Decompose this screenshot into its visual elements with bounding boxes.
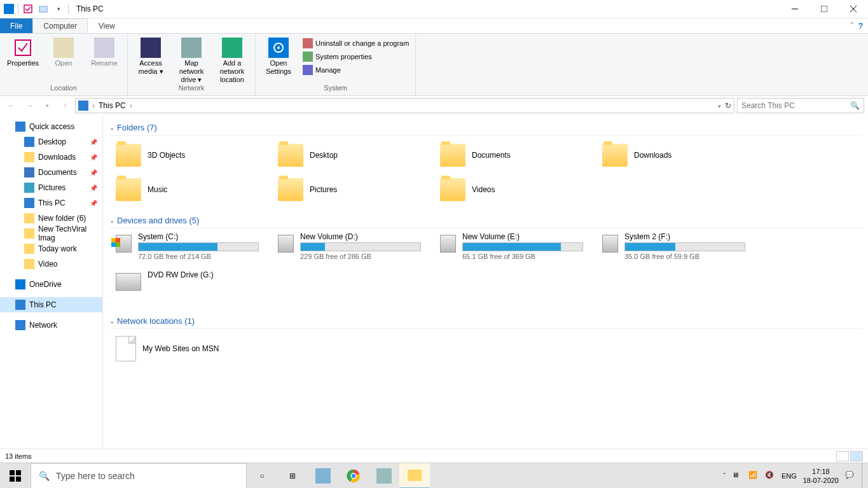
star-icon [15, 122, 25, 132]
sidebar-onedrive[interactable]: OneDrive [0, 277, 102, 292]
refresh-button[interactable]: ↻ [725, 101, 731, 110]
open-button[interactable]: Open [45, 35, 83, 84]
drive-name: System 2 (F:) [624, 232, 745, 241]
sidebar-today-work[interactable]: Today work [0, 241, 102, 256]
taskbar-app-3[interactable] [369, 463, 399, 489]
tray-overflow-icon[interactable]: ˆ [723, 472, 726, 480]
taskbar-search[interactable]: 🔍 Type here to search [31, 463, 247, 489]
drive-item[interactable]: New Volume (E:)65.1 GB free of 369 GB [434, 232, 596, 268]
up-button[interactable]: ↑ [57, 98, 72, 113]
sidebar-this-pc[interactable]: This PC📌 [0, 195, 102, 211]
this-pc-icon [78, 101, 88, 111]
drive-item[interactable]: System 2 (F:)35.0 GB free of 59.9 GB [596, 232, 758, 268]
drive-usage-bar [300, 242, 421, 251]
search-icon[interactable]: 🔍 [850, 101, 860, 110]
drive-icon [440, 235, 456, 253]
folder-icon [24, 244, 34, 254]
map-drive-button[interactable]: Map network drive ▾ [172, 35, 210, 84]
pin-icon: 📌 [90, 154, 97, 161]
add-location-button[interactable]: Add a network location [213, 35, 251, 84]
folder-item[interactable]: Desktop [272, 139, 434, 171]
drive-name: System (C:) [138, 232, 259, 241]
address-dropdown-icon[interactable]: ▾ [718, 103, 721, 109]
tray-clock[interactable]: 17:18 18-07-2020 [803, 467, 839, 485]
folder-item[interactable]: Videos [434, 174, 596, 206]
properties-button[interactable]: Properties [4, 35, 42, 84]
tab-computer[interactable]: Computer [32, 18, 88, 33]
netloc-section-header[interactable]: ⌄Network locations (1) [109, 314, 862, 329]
task-view-button[interactable]: ⊞ [277, 463, 308, 489]
folders-section-header[interactable]: ⌄Folders (7) [109, 120, 862, 136]
uninstall-button[interactable]: Uninstall or change a program [300, 38, 411, 49]
minimize-button[interactable] [780, 0, 809, 18]
folder-item[interactable]: Pictures [272, 174, 434, 206]
svg-point-11 [351, 473, 356, 478]
taskbar-chrome[interactable] [338, 463, 369, 489]
taskbar-explorer[interactable] [399, 463, 430, 489]
sidebar-network[interactable]: Network [0, 317, 102, 333]
tiles-view-button[interactable] [850, 451, 863, 461]
drive-item[interactable]: System (C:)72.0 GB free of 214 GB [109, 232, 272, 268]
tab-view[interactable]: View [88, 18, 126, 33]
cortana-button[interactable]: ○ [247, 463, 277, 489]
sidebar-new-techviral[interactable]: New TechViral Imag [0, 226, 102, 241]
maximize-button[interactable] [809, 0, 839, 18]
drive-free-text: 229 GB free of 286 GB [300, 253, 421, 260]
sidebar-pictures[interactable]: Pictures📌 [0, 180, 102, 195]
sidebar-quick-access[interactable]: Quick access [0, 119, 102, 134]
forward-button[interactable]: → [22, 98, 37, 113]
sidebar-new-folder[interactable]: New folder (6) [0, 211, 102, 226]
drive-item[interactable]: New Volume (D:)229 GB free of 286 GB [272, 232, 434, 268]
search-input[interactable] [741, 101, 850, 110]
statusbar: 13 items [0, 449, 868, 463]
drive-item[interactable]: DVD RW Drive (G:) [109, 270, 272, 306]
folder-icon [440, 178, 465, 201]
tab-file[interactable]: File [0, 18, 32, 33]
back-button[interactable]: ← [4, 98, 19, 113]
breadcrumb[interactable]: This PC [99, 101, 126, 110]
manage-button[interactable]: Manage [300, 64, 411, 76]
folder-item[interactable]: Downloads [596, 139, 758, 171]
pc-icon [15, 300, 25, 310]
sidebar-desktop[interactable]: Desktop📌 [0, 134, 102, 150]
show-desktop-button[interactable] [862, 463, 865, 489]
tray-network-icon[interactable]: 📶 [748, 471, 759, 481]
tray-monitor-icon[interactable]: 🖥 [732, 471, 742, 481]
sidebar-video[interactable]: Video [0, 256, 102, 272]
recent-dropdown[interactable]: ▾ [39, 98, 55, 113]
tray-volume-icon[interactable]: 🔇 [765, 471, 775, 481]
taskbar-app-1[interactable] [308, 463, 338, 489]
rename-button[interactable]: Rename [85, 35, 123, 84]
close-button[interactable] [839, 0, 868, 18]
access-media-button[interactable]: Access media ▾ [132, 35, 170, 84]
drive-icon [602, 235, 618, 253]
system-properties-button[interactable]: System properties [300, 51, 411, 62]
notifications-icon[interactable]: 💬 [845, 471, 855, 481]
qat-properties-icon[interactable] [22, 3, 34, 15]
folder-icon [440, 144, 465, 167]
desktop-icon [24, 137, 34, 147]
drive-name: New Volume (E:) [462, 232, 583, 241]
search-box[interactable]: 🔍 [737, 98, 864, 113]
sidebar-documents[interactable]: Documents📌 [0, 165, 102, 180]
drive-free-text: 35.0 GB free of 59.9 GB [624, 253, 745, 260]
folder-item[interactable]: Music [109, 174, 272, 206]
details-view-button[interactable] [836, 451, 849, 461]
open-settings-button[interactable]: Open Settings [259, 35, 298, 84]
sidebar: Quick access Desktop📌 Downloads📌 Documen… [0, 115, 103, 449]
folder-item[interactable]: 3D Objects [109, 139, 272, 171]
folder-icon [116, 144, 141, 167]
network-location-item[interactable]: My Web Sites on MSN [109, 333, 862, 365]
folder-item[interactable]: Documents [434, 139, 596, 171]
start-button[interactable] [0, 463, 31, 489]
address-bar[interactable]: › This PC › ▾↻ [75, 98, 734, 113]
drives-section-header[interactable]: ⌄Devices and drives (5) [109, 213, 862, 228]
tray-language[interactable]: ENG [782, 472, 797, 480]
sidebar-this-pc-selected[interactable]: This PC [0, 297, 102, 312]
qat-newfolder-icon[interactable] [38, 3, 49, 15]
qat-dropdown-icon[interactable]: ▾ [53, 3, 64, 15]
help-icon[interactable]: ? [858, 22, 863, 31]
sidebar-downloads[interactable]: Downloads📌 [0, 150, 102, 165]
svg-rect-3 [821, 6, 827, 12]
ribbon-collapse-icon[interactable]: ˆ [851, 22, 853, 31]
